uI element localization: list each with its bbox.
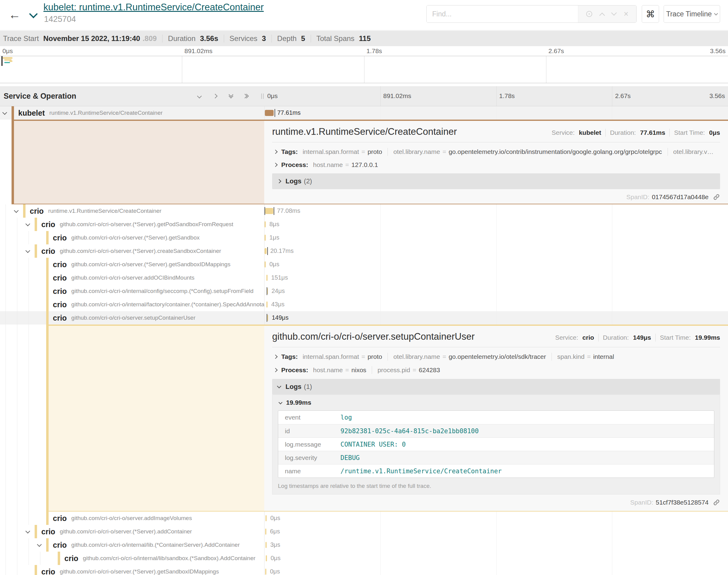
span-row-timeline-cell[interactable]: 77.08ms — [264, 204, 728, 218]
clear-find-icon[interactable]: × — [624, 10, 628, 18]
timeline-grid-col — [497, 512, 613, 525]
span-row-label-cell[interactable]: criogithub.com/cri-o/cri-o/server.(*Serv… — [0, 258, 264, 271]
span-duration-bar[interactable] — [266, 301, 268, 308]
span-row-timeline-cell[interactable]: 1μs — [264, 231, 728, 244]
keyboard-shortcuts-button[interactable]: ⌘ — [642, 5, 659, 23]
span-row[interactable]: criogithub.com/cri-o/cri-o/server.(*Serv… — [0, 218, 728, 231]
row-collapse-chevron-icon[interactable] — [2, 110, 7, 115]
span-duration-bar[interactable] — [265, 110, 274, 116]
expand-one-chevron-right-icon[interactable] — [211, 92, 219, 100]
span-duration-bar[interactable] — [266, 555, 267, 561]
next-match-chevron-down-icon[interactable] — [611, 10, 617, 15]
span-row[interactable]: criogithub.com/cri-o/cri-o/server.(*Serv… — [0, 258, 728, 271]
span-duration-bar[interactable] — [265, 529, 266, 535]
tag-equals: = — [361, 353, 365, 360]
span-row-label-cell[interactable]: criogithub.com/cri-o/cri-o/internal/conf… — [0, 284, 264, 298]
operation-name: github.com/cri-o/cri-o/server.(*Server).… — [60, 221, 233, 228]
column-resizer-handle[interactable] — [261, 94, 264, 99]
row-collapse-chevron-icon[interactable] — [14, 208, 19, 213]
span-row[interactable]: kubeletruntime.v1.RuntimeService/CreateC… — [0, 106, 728, 120]
span-row[interactable]: criogithub.com/cri-o/cri-o/internal/fact… — [0, 298, 728, 311]
span-row-timeline-cell[interactable]: 20.17ms — [264, 244, 728, 258]
span-row-timeline-cell[interactable]: 77.61ms — [264, 106, 728, 120]
span-duration-bar[interactable] — [265, 248, 267, 254]
find-input[interactable] — [427, 5, 578, 23]
locate-icon[interactable] — [586, 11, 592, 17]
row-collapse-chevron-icon[interactable] — [26, 222, 30, 227]
collapse-trace-chevron-icon[interactable] — [29, 10, 38, 18]
tags-row[interactable]: Tags:internal.span.format=protootel.libr… — [272, 148, 720, 156]
span-row-label-cell[interactable]: crioruntime.v1.RuntimeService/CreateCont… — [0, 204, 264, 218]
span-row-timeline-cell[interactable]: 0μs — [264, 552, 728, 565]
span-row-timeline-cell[interactable]: 151μs — [264, 271, 728, 284]
span-row-label-cell[interactable]: criogithub.com/cri-o/cri-o/server.addIma… — [0, 512, 264, 525]
span-row-label-cell[interactable]: criogithub.com/cri-o/cri-o/server.(*Serv… — [0, 218, 264, 231]
view-selector-button[interactable]: Trace Timeline — [664, 5, 720, 23]
span-row[interactable]: criogithub.com/cri-o/cri-o/server.(*Serv… — [0, 231, 728, 244]
span-duration-bar[interactable] — [266, 275, 268, 281]
row-collapse-chevron-icon[interactable] — [26, 248, 30, 253]
log-entry-timestamp-row[interactable]: 19.99ms — [278, 399, 714, 406]
back-arrow-icon[interactable]: ← — [7, 7, 23, 23]
span-row[interactable]: criogithub.com/cri-o/cri-o/server.setupC… — [0, 311, 728, 325]
span-row[interactable]: criogithub.com/cri-o/cri-o/internal/conf… — [0, 284, 728, 298]
span-duration-bar[interactable] — [265, 261, 266, 267]
span-row-label-cell[interactable]: criogithub.com/cri-o/cri-o/server.setupC… — [0, 311, 264, 325]
expand-all-double-chevron-right-icon[interactable] — [243, 92, 251, 100]
span-row-timeline-cell[interactable]: 24μs — [264, 284, 728, 298]
span-duration-bar[interactable] — [265, 235, 266, 241]
tags-row[interactable]: Tags:internal.span.format=protootel.libr… — [272, 353, 720, 361]
span-row[interactable]: criogithub.com/cri-o/cri-o/server.(*Serv… — [0, 244, 728, 258]
span-row-label-cell[interactable]: criogithub.com/cri-o/cri-o/server.(*Serv… — [0, 244, 264, 258]
span-row[interactable]: criogithub.com/cri-o/cri-o/server.addIma… — [0, 512, 728, 525]
span-row[interactable]: criogithub.com/cri-o/cri-o/internal/lib.… — [0, 538, 728, 552]
span-row[interactable]: criogithub.com/cri-o/cri-o/server.(*Serv… — [0, 565, 728, 575]
span-row[interactable]: criogithub.com/cri-o/cri-o/server.(*Serv… — [0, 525, 728, 538]
trace-title-link[interactable]: kubelet: runtime.v1.RuntimeService/Creat… — [43, 2, 264, 13]
span-duration-bar[interactable] — [265, 515, 267, 521]
log-field-value: 92b82381-025c-4a64-815c-ba2e1bb08100 — [340, 428, 478, 435]
span-row[interactable]: criogithub.com/cri-o/cri-o/internal/lib/… — [0, 552, 728, 565]
span-row-timeline-cell[interactable]: 8μs — [264, 218, 728, 231]
span-duration-bar[interactable] — [265, 208, 273, 214]
span-duration-bar[interactable] — [265, 221, 266, 227]
prev-match-chevron-up-icon[interactable] — [599, 12, 605, 18]
operation-name: github.com/cri-o/cri-o/server.(*Server).… — [71, 234, 200, 241]
logs-toggle-bar[interactable]: Logs(2) — [272, 173, 720, 189]
span-row-label-cell[interactable]: criogithub.com/cri-o/cri-o/server.(*Serv… — [0, 525, 264, 538]
collapse-all-double-chevron-down-icon[interactable] — [227, 92, 235, 100]
span-link-icon[interactable] — [713, 499, 720, 506]
span-row-label-cell[interactable]: criogithub.com/cri-o/cri-o/internal/lib.… — [0, 538, 264, 552]
trace-meta-item: Services 3 — [230, 34, 266, 43]
span-row[interactable]: criogithub.com/cri-o/cri-o/server.addOCI… — [0, 271, 728, 284]
row-collapse-chevron-icon[interactable] — [37, 542, 42, 547]
span-row-label-cell[interactable]: criogithub.com/cri-o/cri-o/server.(*Serv… — [0, 565, 264, 575]
meta-separator — [271, 35, 272, 42]
process-row[interactable]: Process:host.name=127.0.0.1 — [272, 161, 720, 168]
span-row-label-cell[interactable]: criogithub.com/cri-o/cri-o/server.(*Serv… — [0, 231, 264, 244]
span-duration-bar[interactable] — [265, 542, 267, 548]
service-color-bar — [46, 298, 48, 311]
span-link-icon[interactable] — [713, 193, 720, 201]
span-meta-value: 77.61ms — [640, 129, 665, 136]
span-row-label-cell[interactable]: criogithub.com/cri-o/cri-o/internal/lib/… — [0, 552, 264, 565]
row-collapse-chevron-icon[interactable] — [26, 529, 30, 534]
process-row[interactable]: Process:host.name=nixosprocess.pid=62428… — [272, 366, 720, 374]
span-duration-bar[interactable] — [267, 315, 268, 321]
span-row-timeline-cell[interactable]: 43μs — [264, 298, 728, 311]
span-row-timeline-cell[interactable]: 0μs — [264, 512, 728, 525]
span-row-label-cell[interactable]: criogithub.com/cri-o/cri-o/internal/fact… — [0, 298, 264, 311]
span-row-timeline-cell[interactable]: 149μs — [264, 311, 728, 325]
minimap[interactable] — [0, 56, 728, 83]
span-row-label-cell[interactable]: kubeletruntime.v1.RuntimeService/CreateC… — [0, 106, 264, 120]
span-row[interactable]: crioruntime.v1.RuntimeService/CreateCont… — [0, 204, 728, 218]
span-row-timeline-cell[interactable]: 0μs — [264, 565, 728, 575]
trace-meta-item: Duration 3.56s — [168, 34, 218, 43]
span-row-timeline-cell[interactable]: 3μs — [264, 538, 728, 552]
logs-toggle-bar[interactable]: Logs(1) — [272, 379, 720, 395]
span-duration-bar[interactable] — [265, 569, 266, 575]
span-row-label-cell[interactable]: criogithub.com/cri-o/cri-o/server.addOCI… — [0, 271, 264, 284]
span-row-timeline-cell[interactable]: 0μs — [264, 258, 728, 271]
span-row-timeline-cell[interactable]: 6μs — [264, 525, 728, 538]
collapse-one-chevron-down-icon[interactable] — [195, 92, 203, 100]
